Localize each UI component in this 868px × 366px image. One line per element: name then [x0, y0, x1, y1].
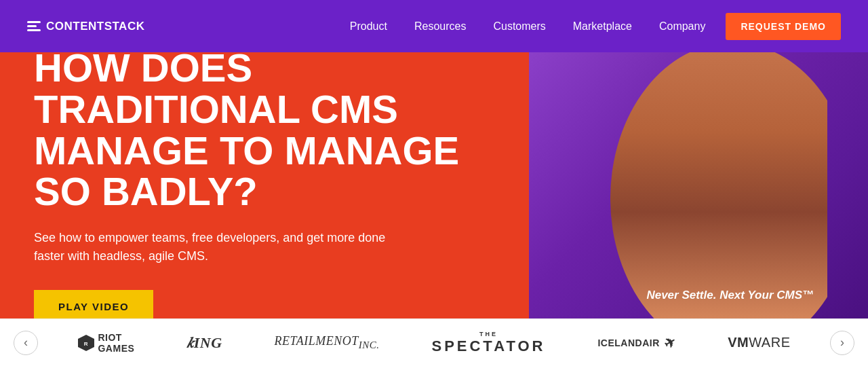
hero-title: HOW DOES TRADITIONAL CMS MANAGE TO MANAG…	[34, 52, 522, 213]
nav-link-marketplace[interactable]: Marketplace	[573, 20, 632, 32]
nav-item-marketplace[interactable]: Marketplace	[573, 20, 632, 33]
logo-spectator: THE SPECTATOR	[431, 331, 545, 355]
logo-text: CONTENTSTACK	[46, 20, 144, 33]
logo[interactable]: CONTENTSTACK	[27, 20, 144, 33]
nav-item-company[interactable]: Company	[659, 20, 705, 33]
riot-icon: R	[77, 334, 95, 352]
nav-link-customers[interactable]: Customers	[493, 20, 545, 32]
hero-tagline: Never Settle. Next Your CMS™	[646, 289, 814, 302]
king-label: 𝑘ing	[186, 334, 222, 352]
logo-icelandair: ICELANDAIR ✈	[597, 335, 675, 351]
riot-games-label: RIOTGAMES	[98, 332, 134, 354]
logos-next-button[interactable]: ›	[830, 331, 854, 355]
logo-icon	[27, 21, 41, 31]
hero-subtitle: See how to empower teams, free developer…	[34, 229, 387, 266]
request-demo-button[interactable]: REQUEST DEMO	[726, 13, 841, 40]
nav-item-product[interactable]: Product	[350, 20, 387, 33]
nav-link-company[interactable]: Company	[659, 20, 705, 32]
nav-links: Product Resources Customers Marketplace …	[350, 20, 706, 33]
logo-retailmenot: RetailMeNotInc.	[275, 334, 380, 351]
logo-king: 𝑘ing	[186, 334, 222, 352]
icelandair-label: ICELANDAIR	[597, 337, 659, 348]
logo-riot-games: R RIOTGAMES	[77, 332, 134, 354]
logos-list: R RIOTGAMES 𝑘ing RetailMeNotInc. THE SPE…	[38, 331, 830, 355]
plane-icon: ✈	[660, 333, 679, 353]
nav-link-resources[interactable]: Resources	[414, 20, 466, 32]
retailmenot-label: RetailMeNotInc.	[275, 334, 380, 351]
hero-section: HOW DOES TRADITIONAL CMS MANAGE TO MANAG…	[0, 52, 868, 318]
person-silhouette	[590, 52, 827, 318]
vmware-label: vmware	[728, 335, 790, 350]
hero-image: Never Settle. Next Your CMS™	[529, 52, 868, 318]
nav-link-product[interactable]: Product	[350, 20, 387, 32]
spectator-label: THE SPECTATOR	[431, 331, 545, 355]
logos-prev-button[interactable]: ‹	[14, 331, 38, 355]
logo-vmware: vmware	[728, 335, 790, 350]
nav-item-customers[interactable]: Customers	[493, 20, 545, 33]
hero-content: HOW DOES TRADITIONAL CMS MANAGE TO MANAG…	[0, 52, 556, 318]
play-video-button[interactable]: PLAY VIDEO	[34, 290, 153, 318]
logos-bar: ‹ R RIOTGAMES 𝑘ing RetailMeNotInc. THE S…	[0, 318, 868, 366]
nav-item-resources[interactable]: Resources	[414, 20, 466, 33]
svg-text:R: R	[84, 341, 88, 347]
navigation: CONTENTSTACK Product Resources Customers…	[0, 0, 868, 52]
